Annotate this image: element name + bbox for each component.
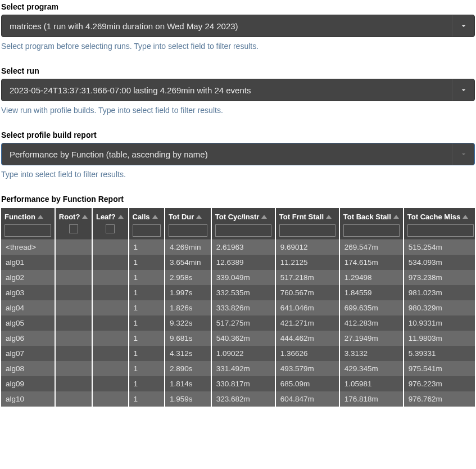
- cell-leaf: [92, 361, 129, 376]
- report-hint: Type into select field to filter results…: [1, 170, 475, 179]
- cell-function: alg03: [1, 285, 55, 300]
- cell-root: [55, 315, 92, 331]
- table-row[interactable]: alg0812.890s331.492m493.579m429.345m975.…: [1, 361, 475, 376]
- sort-asc-icon[interactable]: [393, 215, 399, 219]
- table-row[interactable]: alg0311.997s332.535m760.567m1.84559981.0…: [1, 285, 475, 300]
- cell-totcyc: 331.492m: [211, 361, 275, 376]
- filter-input-totcyc[interactable]: [215, 224, 271, 237]
- report-label: Select profile build report: [1, 130, 475, 139]
- cell-leaf: [92, 240, 129, 255]
- cell-function: alg06: [1, 331, 55, 346]
- filter-input-function[interactable]: [4, 224, 51, 237]
- table-row[interactable]: alg0519.322s517.275m421.271m412.283m10.9…: [1, 315, 475, 331]
- cell-totcyc: 333.826m: [211, 300, 275, 315]
- cell-totcyc: 1.09022: [211, 346, 275, 361]
- cell-leaf: [92, 346, 129, 361]
- cell-calls: 1: [129, 361, 165, 376]
- cell-calls: 1: [129, 285, 165, 300]
- filter-input-totdur[interactable]: [169, 224, 207, 237]
- program-select[interactable]: matrices (1 run with 4.269min duration o…: [1, 15, 475, 37]
- cell-totfrnt: 685.09m: [275, 376, 339, 391]
- cell-totfrnt: 1.36626: [275, 346, 339, 361]
- cell-totfrnt: 604.847m: [275, 391, 339, 407]
- cell-totcyc: 330.817m: [211, 376, 275, 391]
- cell-totcache: 534.093m: [404, 255, 475, 270]
- table-row[interactable]: alg0911.814s330.817m685.09m1.05981976.22…: [1, 376, 475, 391]
- cell-root: [55, 331, 92, 346]
- cell-totdur: 9.681s: [165, 331, 211, 346]
- filter-input-calls[interactable]: [133, 224, 161, 237]
- column-header-calls[interactable]: Calls: [129, 208, 165, 240]
- column-header-totcyc[interactable]: Tot Cyc/Instr: [211, 208, 275, 240]
- cell-calls: 1: [129, 331, 165, 346]
- cell-totfrnt: 9.69012: [275, 240, 339, 255]
- filter-checkbox-leaf[interactable]: [106, 224, 115, 233]
- cell-totcache: 975.541m: [404, 361, 475, 376]
- sort-asc-icon[interactable]: [152, 215, 158, 219]
- column-header-function[interactable]: Function: [1, 208, 55, 240]
- table-row[interactable]: alg0411.826s333.826m641.046m699.635m980.…: [1, 300, 475, 315]
- cell-function: alg05: [1, 315, 55, 331]
- cell-totcyc: 2.61963: [211, 240, 275, 255]
- cell-totback: 174.615m: [339, 255, 404, 270]
- cell-root: [55, 346, 92, 361]
- chevron-down-icon[interactable]: [452, 143, 474, 165]
- filter-input-totback[interactable]: [343, 224, 400, 237]
- table-row[interactable]: <thread>14.269min2.619639.69012269.547m5…: [1, 240, 475, 255]
- cell-totfrnt: 421.271m: [275, 315, 339, 331]
- cell-totback: 269.547m: [339, 240, 404, 255]
- cell-totfrnt: 444.462m: [275, 331, 339, 346]
- cell-totback: 3.3132: [339, 346, 404, 361]
- filter-checkbox-root[interactable]: [69, 224, 78, 233]
- cell-leaf: [92, 376, 129, 391]
- chevron-down-icon[interactable]: [452, 15, 474, 37]
- cell-calls: 1: [129, 300, 165, 315]
- sort-asc-icon[interactable]: [82, 215, 88, 219]
- run-select[interactable]: 2023-05-24T13:37:31.966-07:00 lasting 4.…: [1, 79, 475, 101]
- table-row[interactable]: alg0113.654min12.638911.2125174.615m534.…: [1, 255, 475, 270]
- column-header-totfrnt[interactable]: Tot Frnt Stall: [275, 208, 339, 240]
- column-header-root[interactable]: Root?: [55, 208, 92, 240]
- table-row[interactable]: alg0212.958s339.049m517.218m1.29498973.2…: [1, 270, 475, 285]
- table-row[interactable]: alg0714.312s1.090221.366263.31325.39331: [1, 346, 475, 361]
- cell-totcache: 976.762m: [404, 391, 475, 407]
- filter-input-totcache[interactable]: [407, 224, 474, 237]
- sort-asc-icon[interactable]: [38, 215, 43, 219]
- cell-root: [55, 285, 92, 300]
- column-header-totdur[interactable]: Tot Dur: [165, 208, 211, 240]
- column-label: Tot Dur: [169, 213, 194, 221]
- cell-root: [55, 240, 92, 255]
- cell-root: [55, 361, 92, 376]
- column-header-totback[interactable]: Tot Back Stall: [339, 208, 404, 240]
- table-row[interactable]: alg0619.681s540.362m444.462m27.1949m11.9…: [1, 331, 475, 346]
- column-header-totcache[interactable]: Tot Cache Miss: [404, 208, 475, 240]
- column-label: Tot Back Stall: [343, 213, 391, 221]
- cell-totcache: 10.9331m: [404, 315, 475, 331]
- sort-asc-icon[interactable]: [118, 215, 124, 219]
- cell-totcache: 976.223m: [404, 376, 475, 391]
- column-label: Tot Cache Miss: [407, 213, 460, 221]
- column-label: Function: [4, 213, 35, 221]
- cell-totback: 1.84559: [339, 285, 404, 300]
- cell-totfrnt: 641.046m: [275, 300, 339, 315]
- cell-totback: 27.1949m: [339, 331, 404, 346]
- filter-input-totfrnt[interactable]: [279, 224, 336, 237]
- table-row[interactable]: alg1011.959s323.682m604.847m176.818m976.…: [1, 391, 475, 407]
- cell-calls: 1: [129, 346, 165, 361]
- report-select[interactable]: Performance by Function (table, ascendin…: [1, 143, 475, 165]
- cell-function: <thread>: [1, 240, 55, 255]
- cell-totfrnt: 760.567m: [275, 285, 339, 300]
- column-header-leaf[interactable]: Leaf?: [92, 208, 129, 240]
- cell-totcyc: 517.275m: [211, 315, 275, 331]
- cell-root: [55, 391, 92, 407]
- cell-totdur: 2.890s: [165, 361, 211, 376]
- cell-totcyc: 12.6389: [211, 255, 275, 270]
- sort-asc-icon[interactable]: [463, 215, 468, 219]
- cell-totdur: 3.654min: [165, 255, 211, 270]
- sort-asc-icon[interactable]: [196, 215, 202, 219]
- performance-table: FunctionRoot?Leaf?CallsTot DurTot Cyc/In…: [1, 208, 475, 407]
- sort-asc-icon[interactable]: [326, 215, 332, 219]
- cell-totdur: 4.269min: [165, 240, 211, 255]
- sort-asc-icon[interactable]: [261, 215, 267, 219]
- chevron-down-icon[interactable]: [452, 79, 474, 101]
